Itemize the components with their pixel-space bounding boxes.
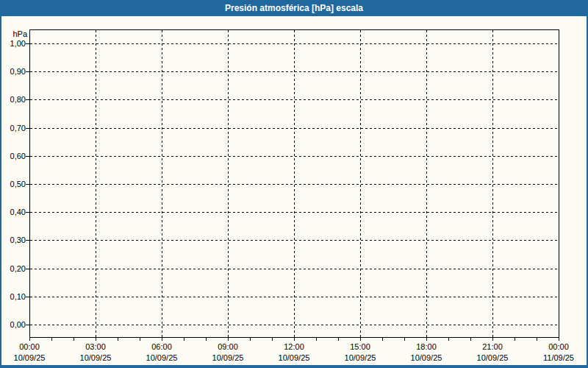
chart-title: Presión atmosférica [hPa] escala: [0, 0, 588, 16]
y-tick-label: 0,80: [10, 95, 26, 104]
y-tick-label: 0,10: [10, 292, 26, 301]
window-border-left: [0, 0, 1, 368]
x-tick-date-label: 10/09/25: [146, 353, 178, 362]
title-bar: Presión atmosférica [hPa] escala: [0, 0, 588, 16]
y-tick-label: 0,50: [10, 180, 26, 188]
y-tick-label: 0,20: [10, 264, 26, 273]
x-tick-time-label: 12:00: [284, 342, 304, 351]
x-tick-time-label: 21:00: [482, 342, 503, 351]
x-tick-date-label: 10/09/25: [212, 353, 244, 362]
x-tick-date-label: 10/09/25: [411, 353, 442, 362]
chart-area: 1,000,900,800,700,600,500,400,300,200,10…: [0, 0, 588, 368]
window-border-bottom: [0, 365, 588, 368]
x-tick-date-label: 10/09/25: [477, 353, 509, 362]
x-tick-time-label: 09:00: [218, 342, 238, 351]
y-tick-label: 0,30: [10, 236, 26, 244]
y-tick-label: 0,60: [10, 152, 26, 160]
x-tick-date-label: 10/09/25: [14, 353, 46, 362]
x-tick-time-label: 03:00: [85, 342, 106, 351]
y-tick-label: 0,00: [10, 320, 26, 329]
y-tick-label: 0,40: [10, 208, 26, 216]
x-tick-time-label: 06:00: [151, 342, 172, 351]
x-tick-time-label: 18:00: [416, 342, 437, 351]
x-tick-date-label: 11/09/25: [543, 353, 574, 362]
y-axis-unit-label: hPa: [12, 29, 27, 38]
x-tick-time-label: 00:00: [548, 342, 569, 351]
y-tick-label: 0,90: [10, 67, 26, 76]
x-tick-date-label: 10/09/25: [345, 353, 376, 362]
y-tick-label: 0,70: [10, 124, 26, 132]
y-tick-label: 1,00: [10, 39, 26, 48]
x-tick-time-label: 15:00: [350, 342, 370, 351]
chart-window: Presión atmosférica [hPa] escala 1,000,9…: [0, 0, 588, 368]
x-tick-date-label: 10/09/25: [80, 353, 112, 362]
x-tick-time-label: 00:00: [19, 342, 40, 351]
pressure-chart-plot: 1,000,900,800,700,600,500,400,300,200,10…: [0, 0, 588, 368]
x-tick-date-label: 10/09/25: [279, 353, 310, 362]
